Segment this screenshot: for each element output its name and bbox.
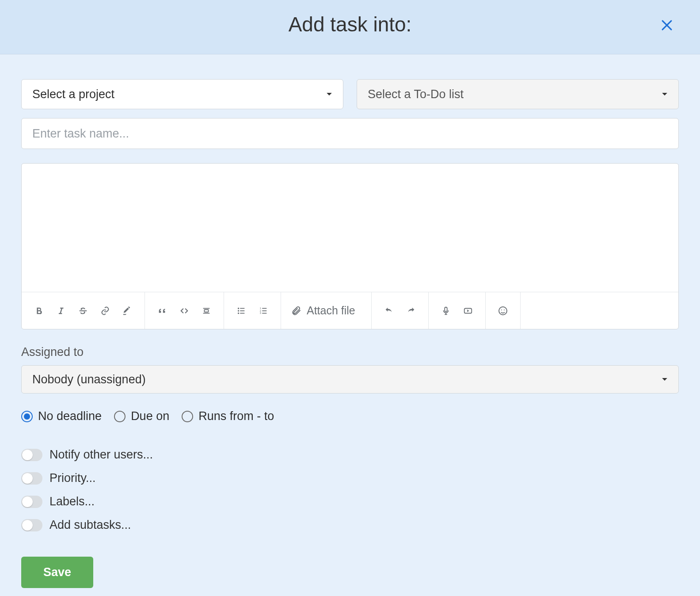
svg-point-22 [499,307,507,315]
close-button[interactable] [658,16,676,34]
italic-icon [56,306,66,316]
attach-file-button[interactable]: Attach file [287,304,365,317]
toggle-add-subtasks[interactable]: Add subtasks... [21,518,679,532]
toggle-label: Priority... [49,471,96,485]
toggle-switch-icon [21,496,42,508]
dialog-body: Select a project Select a To-Do list [0,54,700,596]
undo-icon [384,306,394,316]
radio-icon [114,411,126,422]
paperclip-icon [291,306,301,316]
svg-point-5 [238,307,239,309]
numbered-list-icon: 123 [258,306,269,316]
svg-marker-21 [467,309,469,312]
editor-toolbar: 123 Attach file [22,292,678,329]
toggle-notify-users[interactable]: Notify other users... [21,448,679,462]
todo-list-select[interactable]: Select a To-Do list [357,79,679,109]
save-button[interactable]: Save [21,557,93,588]
bullet-list-button[interactable] [230,292,252,329]
assignee-value: Nobody (unassigned) [32,373,146,386]
toggle-switch-icon [21,472,42,485]
svg-rect-15 [262,310,266,311]
bullet-list-icon [236,306,247,316]
toggle-label: Add subtasks... [49,518,131,532]
deadline-option-label: Runs from - to [198,409,274,423]
toggle-priority[interactable]: Priority... [21,471,679,485]
svg-point-24 [504,309,505,310]
highlight-icon [122,306,132,316]
svg-rect-16 [262,313,266,313]
svg-rect-10 [240,313,244,313]
quote-button[interactable] [151,292,173,329]
strikethrough-button[interactable] [72,292,94,329]
numbered-list-button[interactable]: 123 [252,292,274,329]
svg-rect-17 [445,307,447,311]
svg-rect-14 [262,308,266,309]
strikethrough-icon [78,306,88,316]
dialog-header: Add task into: [0,0,700,54]
deadline-radio-due-on[interactable]: Due on [114,409,169,423]
svg-point-23 [501,309,502,310]
block-format-icon [201,306,212,316]
dialog-title: Add task into: [0,12,700,36]
highlight-button[interactable] [116,292,138,329]
toggle-label: Labels... [49,495,95,508]
block-format-button[interactable] [195,292,217,329]
chevron-down-icon [326,92,332,96]
italic-button[interactable] [50,292,72,329]
close-icon [659,18,674,33]
code-button[interactable] [173,292,195,329]
deadline-radio-no-deadline[interactable]: No deadline [21,409,102,423]
quote-icon [157,306,167,316]
radio-icon [182,411,193,422]
description-editor-body[interactable] [22,164,678,292]
svg-point-7 [238,312,239,313]
chevron-down-icon [662,377,668,382]
emoji-button[interactable] [492,292,514,329]
toggle-labels[interactable]: Labels... [21,495,679,508]
redo-icon [406,306,416,316]
project-select[interactable]: Select a project [21,79,343,109]
link-button[interactable] [94,292,116,329]
radio-icon [21,411,33,422]
assigned-to-label: Assigned to [21,345,679,359]
svg-rect-4 [204,309,208,312]
video-icon [462,306,474,316]
bold-icon [34,306,44,316]
link-icon [100,306,110,316]
task-name-input[interactable] [21,118,679,149]
undo-button[interactable] [378,292,400,329]
microphone-icon [441,306,451,316]
video-button[interactable] [457,292,479,329]
deadline-options: No deadline Due on Runs from - to [21,409,679,423]
deadline-option-label: No deadline [38,409,102,423]
assignee-select[interactable]: Nobody (unassigned) [21,365,679,394]
code-icon [179,306,190,316]
chevron-down-icon [662,92,668,96]
toggle-switch-icon [21,519,42,531]
deadline-radio-runs-from-to[interactable]: Runs from - to [182,409,274,423]
toggle-label: Notify other users... [49,448,153,462]
svg-rect-9 [240,310,244,311]
bold-button[interactable] [28,292,50,329]
svg-point-6 [238,310,239,311]
toggle-switch-icon [21,449,42,461]
todo-list-select-label: Select a To-Do list [368,88,464,101]
emoji-icon [498,306,508,316]
project-select-label: Select a project [32,88,114,101]
attach-file-label: Attach file [307,304,355,317]
svg-rect-8 [240,308,244,309]
deadline-option-label: Due on [131,409,169,423]
audio-button[interactable] [435,292,457,329]
redo-button[interactable] [400,292,422,329]
svg-text:3: 3 [260,312,261,314]
description-editor: 123 Attach file [21,163,679,329]
